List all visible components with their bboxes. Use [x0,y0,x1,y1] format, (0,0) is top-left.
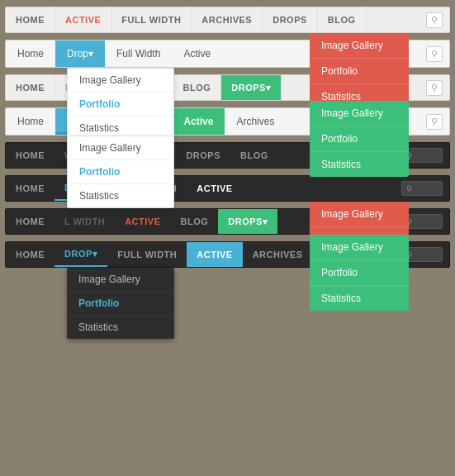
nav-item-home[interactable]: HOME [6,143,55,168]
nav-search: ⚲ [416,114,449,130]
search-box[interactable]: ⚲ [426,12,443,28]
nav-search: ⚲ [416,46,449,62]
nav-item-home[interactable]: Home [6,108,55,135]
dropdown-red-1: Image Gallery Portfolio Statistics [310,33,409,109]
nav-item-drops[interactable]: DROPS ▾ [218,209,277,234]
dropdown-white-2: Image Gallery Portfolio Statistics [67,136,174,208]
dropdown-green-1: Image Gallery Portfolio Statistics [310,101,409,177]
dropdown-item-portfolio[interactable]: Portfolio [310,126,409,152]
search-icon: ⚲ [431,15,438,26]
dropdown-item-statistics[interactable]: Statistics [310,286,409,311]
dropdown-item-gallery[interactable]: Image Gallery [68,136,173,160]
nav-item-home[interactable]: Home [6,242,55,267]
search-icon: ⚲ [431,117,438,127]
dropdown-item-gallery[interactable]: Image Gallery [310,235,409,260]
search-box[interactable]: ⚲ [426,46,443,62]
nav-search: ⚲ [391,176,449,201]
nav-item-home[interactable]: Home [6,176,55,201]
nav-item-active[interactable]: ACTIVE [115,209,170,234]
nav-item-active[interactable]: Active [187,176,242,201]
nav-item-drop[interactable]: Drop ▾ [55,242,107,267]
dropdown-item-gallery[interactable]: Image Gallery [68,69,173,93]
chevron-down-icon: ▾ [92,249,98,259]
dropdown-item-statistics[interactable]: Statistics [67,316,174,339]
dropdown-item-statistics[interactable]: Statistics [310,152,409,177]
nav-item-fullwidth[interactable]: Full Width [105,40,172,67]
dropdown-item-gallery[interactable]: Image Gallery [310,202,409,227]
nav-item-drops[interactable]: DROPS [263,7,318,32]
dropdown-item-portfolio[interactable]: Portfolio [310,59,409,84]
search-icon: ⚲ [406,184,412,193]
dropdown-dark-1: Image Gallery Portfolio Statistics [67,268,174,339]
dropdown-green-2: Image Gallery Portfolio Statistics [310,235,409,311]
search-icon: ⚲ [431,49,438,60]
nav-item-archives[interactable]: Archives [225,108,286,135]
nav-item-archives[interactable]: ARCHIVES [192,7,263,32]
chevron-down-icon: ▾ [88,48,93,60]
nav-item-width[interactable]: L WIDTH [55,209,115,234]
search-box[interactable]: ⚲ [426,80,443,96]
search-box[interactable]: ⚲ [401,181,443,196]
nav-search: ⚲ [416,75,449,100]
dropdown-item-gallery[interactable]: Image Gallery [310,33,409,59]
nav-item-home[interactable]: Home [6,40,55,67]
nav-item-fullwidth[interactable]: FULL WIDTH [111,7,192,32]
nav-item-drops[interactable]: DROPS ▾ [221,75,282,100]
nav-item-blog[interactable]: BLOG [173,75,221,100]
nav-item-drops[interactable]: DROPS [176,143,230,168]
dropdown-white-1: Image Gallery Portfolio Statistics [67,68,174,140]
chevron-down-icon: ▾ [263,217,268,227]
nav-item-blog[interactable]: BLOG [230,143,278,168]
nav-bar-light-1: HOME ACTIVE FULL WIDTH ARCHIVES DROPS BL… [5,7,450,33]
nav-item-drop[interactable]: Drop ▾ [55,40,105,67]
nav-item-fullwidth[interactable]: Full Width [107,242,187,267]
search-icon: ⚲ [431,83,438,93]
navbar-1: HOME ACTIVE FULL WIDTH ARCHIVES DROPS BL… [5,7,450,33]
nav-item-active[interactable]: Active [187,242,242,267]
dropdown-item-portfolio[interactable]: Portfolio [310,260,409,286]
nav-item-blog[interactable]: BLOG [318,7,367,32]
search-box[interactable]: ⚲ [426,114,443,130]
nav-item-active[interactable]: Active [172,40,222,67]
nav-item-home[interactable]: HOME [6,209,55,234]
dropdown-item-gallery[interactable]: Image Gallery [67,268,174,292]
dropdown-item-gallery[interactable]: Image Gallery [310,101,409,126]
nav-item-home[interactable]: HOME [6,7,55,32]
dropdown-item-portfolio[interactable]: Portfolio [68,93,173,117]
nav-item-archives[interactable]: Archives [243,242,313,267]
dropdown-item-statistics[interactable]: Statistics [68,184,173,207]
nav-item-active[interactable]: ACTIVE [55,7,111,32]
nav-search: ⚲ [416,7,449,32]
nav-item-active[interactable]: Active [172,108,225,135]
dropdown-item-portfolio[interactable]: Portfolio [67,292,174,316]
dropdown-item-portfolio[interactable]: Portfolio [68,160,173,184]
nav-item-home[interactable]: HOME [6,75,55,100]
nav-item-blog[interactable]: BLOG [170,209,218,234]
chevron-down-icon: ▾ [266,83,272,93]
